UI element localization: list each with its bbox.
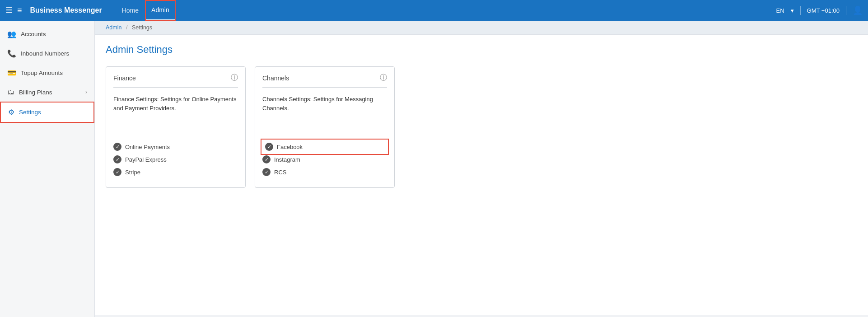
sidebar-item-accounts[interactable]: 👥 Accounts: [0, 24, 94, 44]
lines-icon[interactable]: ≡: [17, 6, 22, 15]
sidebar-label-billing-plans: Billing Plans: [19, 89, 52, 96]
app-brand: Business Messenger: [30, 6, 102, 14]
finance-divider: [113, 87, 238, 88]
channels-help-icon[interactable]: ⓘ: [380, 73, 387, 83]
item-label: Facebook: [277, 144, 303, 150]
sidebar-item-settings[interactable]: ⚙ Settings: [0, 102, 94, 123]
hamburger-icon[interactable]: ☰: [5, 5, 13, 15]
breadcrumb-sep: /: [126, 24, 127, 31]
check-icon: ✓: [113, 168, 121, 176]
billing-plans-chevron: ›: [85, 89, 87, 95]
channels-description: Channels Settings: Settings for Messagin…: [262, 95, 387, 112]
list-item: ✓ Stripe: [113, 166, 238, 178]
finance-items: ✓ Online Payments ✓ PayPal Express ✓ Str…: [113, 140, 238, 178]
check-icon: ✓: [113, 143, 121, 151]
channels-spacer: [262, 118, 387, 140]
settings-icon: ⚙: [8, 108, 14, 117]
item-label: Online Payments: [125, 144, 170, 150]
list-item: ✓ PayPal Express: [113, 153, 238, 166]
nav-divider2: [846, 6, 846, 15]
check-icon: ✓: [265, 143, 273, 151]
nav-divider: [800, 6, 801, 15]
item-label: RCS: [274, 169, 286, 176]
timezone-display: GMT +01:00: [807, 7, 840, 14]
finance-help-icon[interactable]: ⓘ: [231, 73, 238, 83]
list-item: ✓ Online Payments: [113, 140, 238, 153]
finance-card: Finance ⓘ Finance Settings: Settings for…: [106, 66, 246, 188]
nav-links: Home Admin: [116, 0, 776, 21]
check-icon: ✓: [113, 155, 121, 163]
right-controls: EN ▾ GMT +01:00 👤: [776, 5, 863, 15]
list-item: ✓ RCS: [262, 166, 387, 178]
main-content: Admin / Settings Admin Settings Finance …: [95, 21, 868, 317]
language-selector[interactable]: EN: [776, 7, 784, 14]
accounts-icon: 👥: [7, 30, 16, 38]
channels-divider: [262, 87, 387, 88]
sidebar-label-topup-amounts: Topup Amounts: [21, 70, 63, 76]
page-body: Admin Settings Finance ⓘ Finance Setting…: [95, 35, 868, 315]
lang-dropdown-icon[interactable]: ▾: [791, 7, 794, 14]
nav-link-home[interactable]: Home: [116, 0, 145, 21]
finance-spacer: [113, 118, 238, 140]
finance-card-title: Finance: [113, 75, 136, 82]
channels-card: Channels ⓘ Channels Settings: Settings f…: [255, 66, 395, 188]
item-label: Instagram: [274, 156, 300, 163]
user-icon[interactable]: 👤: [853, 5, 863, 15]
list-item[interactable]: ✓ Facebook: [262, 140, 387, 153]
sidebar-item-billing-plans[interactable]: 🗂 Billing Plans ›: [0, 83, 94, 102]
sidebar-label-accounts: Accounts: [21, 31, 46, 37]
list-item: ✓ Instagram: [262, 153, 387, 166]
sidebar-label-inbound-numbers: Inbound Numbers: [21, 50, 69, 57]
page-title: Admin Settings: [106, 44, 857, 56]
nav-link-admin[interactable]: Admin: [145, 0, 176, 21]
channels-card-header: Channels ⓘ: [262, 73, 387, 83]
inbound-numbers-icon: 📞: [7, 49, 16, 58]
breadcrumb-current: Settings: [132, 24, 152, 31]
item-label: PayPal Express: [125, 156, 167, 163]
cards-row: Finance ⓘ Finance Settings: Settings for…: [106, 66, 857, 188]
channels-items: ✓ Facebook ✓ Instagram ✓ RCS: [262, 140, 387, 178]
channels-card-title: Channels: [262, 75, 289, 82]
layout: 👥 Accounts 📞 Inbound Numbers 💳 Topup Amo…: [0, 21, 868, 317]
check-icon: ✓: [262, 155, 271, 163]
sidebar-label-settings: Settings: [19, 109, 41, 116]
billing-plans-icon: 🗂: [7, 88, 14, 96]
finance-card-header: Finance ⓘ: [113, 73, 238, 83]
sidebar-item-topup-amounts[interactable]: 💳 Topup Amounts: [0, 63, 94, 83]
top-nav: ☰ ≡ Business Messenger Home Admin EN ▾ G…: [0, 0, 868, 21]
finance-description: Finance Settings: Settings for Online Pa…: [113, 95, 238, 112]
breadcrumb-bar: Admin / Settings: [95, 21, 868, 35]
topup-amounts-icon: 💳: [7, 69, 16, 77]
item-label: Stripe: [125, 169, 140, 176]
check-icon: ✓: [262, 168, 271, 176]
breadcrumb-admin[interactable]: Admin: [106, 24, 121, 31]
sidebar-item-inbound-numbers[interactable]: 📞 Inbound Numbers: [0, 44, 94, 63]
sidebar: 👥 Accounts 📞 Inbound Numbers 💳 Topup Amo…: [0, 21, 95, 317]
